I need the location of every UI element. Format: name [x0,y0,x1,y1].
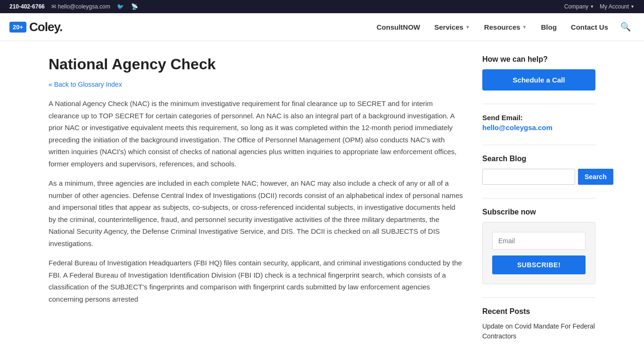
nav-consultnow[interactable]: ConsultNOW [371,19,426,35]
account-dropdown[interactable]: My Account ▼ [600,3,635,10]
sidebar-help-heading: How we can help? [482,55,595,64]
top-bar-right: Company ▼ My Account ▼ [564,3,635,10]
schedule-call-button[interactable]: Schedule a Call [482,69,595,90]
envelope-icon: ✉ [51,3,56,10]
email-field[interactable] [492,232,586,250]
subscribe-box: SUBSCRIBE! [482,222,595,284]
back-link[interactable]: « Back to Glossary Index [49,81,463,88]
nav-services[interactable]: Services ▼ [429,19,476,35]
services-caret: ▼ [465,25,470,30]
recent-post-1[interactable]: Update on Covid Mandate For Federal Cont… [482,321,595,341]
company-dropdown[interactable]: Company ▼ [564,3,594,10]
article-title: National Agency Check [49,55,463,73]
search-button[interactable]: Search [578,169,613,185]
logo-text: Coley. [29,20,62,34]
account-caret: ▼ [630,4,635,9]
logo[interactable]: 20+ Coley. [9,20,62,34]
sidebar-recent-posts-heading: Recent Posts [482,307,595,316]
page-wrapper: National Agency Check « Back to Glossary… [39,41,605,362]
nav-contact[interactable]: Contact Us [565,19,614,35]
sidebar-subscribe-section: Subscribe now SUBSCRIBE! [482,208,595,284]
top-bar-left: 210-402-6766 ✉ hello@coleygsa.com 🐦 📡 [9,3,139,10]
sidebar: How we can help? Schedule a Call Send Em… [482,55,595,354]
nav-links: ConsultNOW Services ▼ Resources ▼ Blog C… [371,18,635,36]
sidebar-email-section: Send Email: hello@coleygsa.com [482,114,595,132]
article-para-3: Federal Bureau of Investigation Headquar… [49,257,463,305]
nav-resources-label: Resources [484,23,520,31]
divider-1 [482,104,595,104]
company-label: Company [564,3,588,10]
nav-blog-label: Blog [541,23,556,31]
article-body: A National Agency Check (NAC) is the min… [49,98,463,305]
logo-badge: 20+ [9,22,26,33]
rss-icon[interactable]: 📡 [131,3,139,10]
sidebar-search-section: Search Blog Search [482,155,595,185]
sidebar-subscribe-heading: Subscribe now [482,208,595,216]
article-para-1: A National Agency Check (NAC) is the min… [49,98,463,170]
phone-number[interactable]: 210-402-6766 [9,3,45,10]
divider-2 [482,145,595,145]
main-nav: 20+ Coley. ConsultNOW Services ▼ Resourc… [0,13,644,41]
twitter-icon[interactable]: 🐦 [117,3,124,10]
email-address-link[interactable]: hello@coleygsa.com [58,3,110,10]
account-label: My Account [600,3,629,10]
resources-caret: ▼ [522,25,527,30]
search-input[interactable] [482,169,575,185]
main-content: National Agency Check « Back to Glossary… [49,55,463,354]
nav-services-label: Services [434,23,463,31]
nav-resources[interactable]: Resources ▼ [479,19,533,35]
divider-4 [482,297,595,298]
subscribe-button[interactable]: SUBSCRIBE! [492,255,586,274]
sidebar-help-section: How we can help? Schedule a Call [482,55,595,90]
top-bar: 210-402-6766 ✉ hello@coleygsa.com 🐦 📡 Co… [0,0,644,13]
search-row: Search [482,169,595,185]
nav-blog[interactable]: Blog [535,19,562,35]
company-caret: ▼ [590,4,594,9]
nav-search-icon[interactable]: 🔍 [617,18,635,36]
divider-3 [482,198,595,198]
nav-consultnow-label: ConsultNOW [377,23,420,31]
send-email-label: Send Email: [482,114,595,122]
article-para-2: As a minimum, three agencies are include… [49,177,463,249]
sidebar-email-address[interactable]: hello@coleygsa.com [482,123,553,132]
email-link[interactable]: ✉ hello@coleygsa.com [51,3,110,10]
sidebar-search-heading: Search Blog [482,155,595,163]
nav-contact-label: Contact Us [571,23,608,31]
sidebar-recent-posts-section: Recent Posts Update on Covid Mandate For… [482,307,595,341]
